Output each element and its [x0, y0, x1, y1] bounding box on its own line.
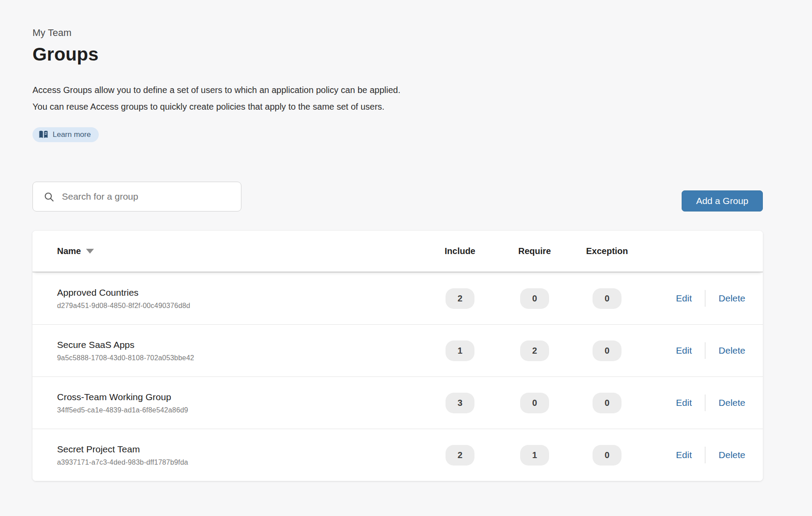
- edit-link[interactable]: Edit: [676, 293, 692, 304]
- edit-link[interactable]: Edit: [676, 450, 692, 460]
- action-divider: [705, 342, 705, 359]
- search-input[interactable]: [32, 182, 241, 211]
- action-divider: [705, 290, 705, 307]
- group-id: 34ff5ed5-ca1e-4839-ad1a-6f8e542a86d9: [57, 406, 420, 414]
- group-id: 9a5c5888-1708-43d0-8108-702a053bbe42: [57, 354, 420, 362]
- column-header-name-label: Name: [57, 246, 81, 256]
- delete-link[interactable]: Delete: [719, 345, 745, 356]
- page-content: My Team Groups Access Groups allow you t…: [0, 0, 763, 481]
- toolbar: Add a Group: [32, 182, 763, 211]
- action-divider: [705, 447, 705, 463]
- group-name: Approved Countries: [57, 287, 420, 298]
- exception-count-badge: 0: [593, 288, 622, 309]
- group-id: d279a451-9d08-4850-8f2f-00c490376d8d: [57, 302, 420, 310]
- column-header-include: Include: [420, 246, 499, 256]
- add-group-button[interactable]: Add a Group: [682, 190, 763, 211]
- exception-count-badge: 0: [593, 445, 622, 466]
- include-count-badge: 2: [446, 445, 474, 466]
- group-name-cell: Secret Project Team a3937171-a7c3-4ded-9…: [57, 444, 420, 466]
- require-count-badge: 0: [520, 393, 549, 413]
- table-row: Secret Project Team a3937171-a7c3-4ded-9…: [32, 429, 763, 481]
- include-count-badge: 3: [446, 393, 474, 413]
- access-groups-page: My Team Groups Access Groups allow you t…: [0, 0, 812, 516]
- require-count-badge: 0: [520, 288, 549, 309]
- table-header: Name Include Require Exception: [32, 231, 763, 272]
- page-title: Groups: [32, 44, 763, 65]
- groups-table: Name Include Require Exception Approved …: [32, 231, 763, 481]
- exception-count-badge: 0: [593, 393, 622, 413]
- delete-link[interactable]: Delete: [719, 450, 745, 460]
- table-row: Approved Countries d279a451-9d08-4850-8f…: [32, 272, 763, 324]
- group-name: Cross-Team Working Group: [57, 392, 420, 402]
- require-count-badge: 2: [520, 340, 549, 361]
- group-name-cell: Approved Countries d279a451-9d08-4850-8f…: [57, 287, 420, 310]
- edit-link[interactable]: Edit: [676, 398, 692, 408]
- table-row: Cross-Team Working Group 34ff5ed5-ca1e-4…: [32, 376, 763, 429]
- column-header-exception: Exception: [570, 246, 644, 256]
- table-row: Secure SaaS Apps 9a5c5888-1708-43d0-8108…: [32, 324, 763, 376]
- include-count-badge: 1: [446, 340, 474, 361]
- column-header-require: Require: [499, 246, 570, 256]
- delete-link[interactable]: Delete: [719, 398, 745, 408]
- open-book-icon: [39, 130, 48, 139]
- group-id: a3937171-a7c3-4ded-983b-dff1787b9fda: [57, 459, 420, 466]
- require-count-badge: 1: [520, 445, 549, 466]
- breadcrumb: My Team: [32, 27, 763, 39]
- column-header-name[interactable]: Name: [57, 246, 420, 256]
- sort-descending-icon: [86, 249, 94, 254]
- page-description-line-1: Access Groups allow you to define a set …: [32, 82, 763, 98]
- group-name: Secret Project Team: [57, 444, 420, 455]
- action-divider: [705, 394, 705, 411]
- group-search: [32, 182, 241, 211]
- edit-link[interactable]: Edit: [676, 345, 692, 356]
- include-count-badge: 2: [446, 288, 474, 309]
- group-name-cell: Cross-Team Working Group 34ff5ed5-ca1e-4…: [57, 392, 420, 414]
- exception-count-badge: 0: [593, 340, 622, 361]
- delete-link[interactable]: Delete: [719, 293, 745, 304]
- page-description-line-2: You can reuse Access groups to quickly c…: [32, 98, 763, 115]
- learn-more-button[interactable]: Learn more: [32, 127, 99, 142]
- group-name: Secure SaaS Apps: [57, 340, 420, 350]
- learn-more-label: Learn more: [53, 130, 91, 139]
- group-name-cell: Secure SaaS Apps 9a5c5888-1708-43d0-8108…: [57, 340, 420, 362]
